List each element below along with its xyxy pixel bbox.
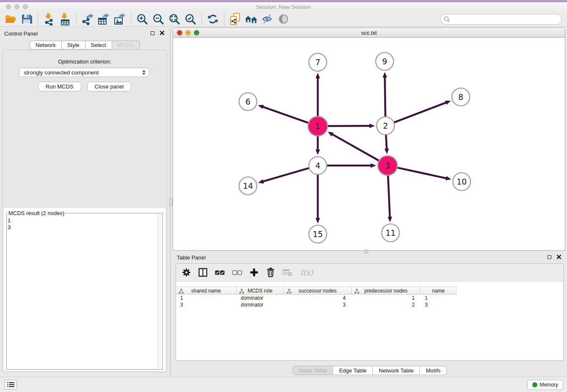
memory-button[interactable]: Memory (527, 380, 563, 390)
graph-edge-2-3[interactable] (386, 135, 387, 149)
zoom-selected-icon[interactable] (182, 13, 198, 25)
zoom-out-icon[interactable] (150, 13, 166, 25)
titlebar[interactable]: Session: New Session (0, 2, 567, 12)
table-cell[interactable]: 1 (176, 295, 237, 301)
table-tabs: Node Table Edge Table Network Table Moti… (173, 366, 567, 375)
network-graph: 7968124314101511 (173, 38, 565, 250)
export-image-icon[interactable] (112, 13, 128, 25)
mcds-result-line: 3 (8, 224, 11, 231)
table-cell[interactable]: 4 (284, 295, 352, 301)
network-view-window: × − + scc.txt 7968124314101511 (173, 28, 565, 251)
graph-edge-1-6[interactable] (262, 107, 308, 123)
table-cell[interactable]: dominator (237, 295, 284, 301)
settings-gear-icon[interactable] (182, 266, 191, 279)
optimization-criterion-select[interactable]: strongly connected component (19, 68, 149, 77)
control-panel: Control Panel ✕ Network Style Select MCD… (0, 28, 169, 376)
tab-mcds[interactable]: MCDS (112, 41, 140, 50)
import-network-icon[interactable] (41, 13, 57, 25)
table-cell[interactable]: 3 (284, 301, 352, 308)
graph-edge-1-2[interactable] (328, 126, 370, 126)
mcds-result-line: 1 (8, 217, 11, 224)
network-canvas[interactable]: 7968124314101511 (173, 38, 565, 250)
deselect-all-checks-icon[interactable] (232, 266, 242, 279)
close-panel-icon[interactable]: ✕ (159, 31, 165, 36)
delete-table-icon[interactable] (283, 266, 292, 279)
graph-edge-3-10[interactable] (397, 168, 446, 178)
apply-function-icon[interactable]: f(x) (300, 266, 313, 279)
tab-edge-table[interactable]: Edge Table (333, 366, 373, 375)
column-header-label: predecessor nodes (364, 288, 407, 294)
close-table-panel-icon[interactable]: ✕ (556, 255, 562, 259)
vertical-splitter-grip[interactable] (169, 198, 173, 206)
mcds-panel: Optimization criterion: strongly connect… (2, 50, 167, 372)
open-session-icon[interactable] (3, 13, 19, 25)
tab-node-table[interactable]: Node Table (293, 366, 333, 375)
table-cell[interactable]: 3 (176, 301, 237, 308)
graph-node-label-2: 2 (383, 121, 388, 130)
graph-edge-2-8[interactable] (394, 102, 447, 122)
table-body: 1dominator4113dominator323 (176, 295, 563, 308)
table-cell[interactable]: 1 (421, 295, 457, 301)
export-network-icon[interactable] (80, 13, 96, 25)
tab-style[interactable]: Style (62, 41, 85, 50)
column-header-MCDS-role[interactable]: MCDS role (237, 287, 284, 295)
table-cell[interactable]: 1 (352, 295, 421, 301)
add-row-icon[interactable] (250, 266, 259, 279)
show-columns-icon[interactable] (198, 266, 207, 279)
graph-edge-2-9[interactable] (385, 77, 385, 116)
select-all-checks-icon[interactable] (215, 266, 225, 279)
column-header-label: name (432, 288, 445, 294)
graph-node-label-6: 6 (245, 97, 250, 106)
optimization-criterion-value: strongly connected component (24, 69, 99, 76)
zoom-fit-icon[interactable] (166, 13, 182, 25)
graph-node-label-4: 4 (315, 161, 320, 170)
import-table-icon[interactable] (57, 13, 73, 25)
column-header-label: successor nodes (298, 288, 336, 294)
column-header-shared-name[interactable]: shared name (176, 287, 237, 295)
run-mcds-button[interactable]: Run MCDS (38, 82, 81, 91)
first-neighbors-icon[interactable] (243, 13, 259, 25)
table-cell[interactable]: 3 (421, 301, 457, 308)
refresh-view-icon[interactable] (205, 13, 221, 25)
network-window-titlebar[interactable]: × − + scc.txt (173, 28, 565, 38)
tab-motifs[interactable]: Motifs (420, 366, 447, 375)
graph-edge-3-11[interactable] (388, 176, 390, 218)
table-cell[interactable]: dominator (237, 301, 284, 308)
tab-select[interactable]: Select (85, 41, 112, 50)
clone-network-icon[interactable] (227, 13, 243, 25)
memory-label: Memory (540, 382, 558, 388)
task-history-button[interactable] (4, 380, 17, 389)
save-session-icon[interactable] (19, 13, 35, 25)
search-input[interactable] (452, 15, 561, 24)
graph-node-label-14: 14 (243, 181, 253, 190)
hide-selected-icon[interactable] (259, 13, 275, 25)
zoom-in-icon[interactable] (134, 13, 150, 25)
graph-edge-3-1[interactable] (332, 134, 379, 161)
tab-network-table[interactable]: Network Table (373, 366, 420, 375)
toolbar-separator (38, 13, 38, 25)
graph-edge-arrowhead (328, 132, 334, 136)
table-row[interactable]: 1dominator411 (176, 295, 563, 301)
horizontal-splitter-grip[interactable] (364, 250, 368, 253)
table-cell[interactable]: 2 (352, 301, 421, 308)
graph-edge-arrowhead (316, 149, 320, 155)
column-header-predecessor-nodes[interactable]: predecessor nodes (352, 287, 421, 295)
mcds-buttons: Run MCDS Close panel (3, 82, 167, 91)
toggle-graphics-details-icon[interactable] (275, 13, 292, 25)
graph-node-label-10: 10 (457, 177, 467, 186)
mcds-result-title: MCDS result (2 nodes) (7, 210, 66, 216)
graph-edge-4-14[interactable] (263, 168, 309, 182)
mcds-result-scrollbar[interactable] (157, 214, 162, 369)
column-header-successor-nodes[interactable]: successor nodes (284, 287, 352, 295)
export-table-icon[interactable] (96, 13, 112, 25)
search-box[interactable] (440, 14, 562, 25)
delete-row-icon[interactable] (266, 266, 275, 279)
table-row[interactable]: 3dominator323 (176, 301, 563, 308)
float-table-panel-icon[interactable] (548, 255, 551, 259)
close-panel-button[interactable]: Close panel (87, 82, 132, 91)
vertical-splitter[interactable] (169, 28, 173, 376)
tab-network[interactable]: Network (30, 41, 62, 50)
float-panel-icon[interactable] (151, 31, 154, 35)
column-header-name[interactable]: name (421, 287, 457, 295)
graph-edge-arrowhead (383, 72, 387, 77)
